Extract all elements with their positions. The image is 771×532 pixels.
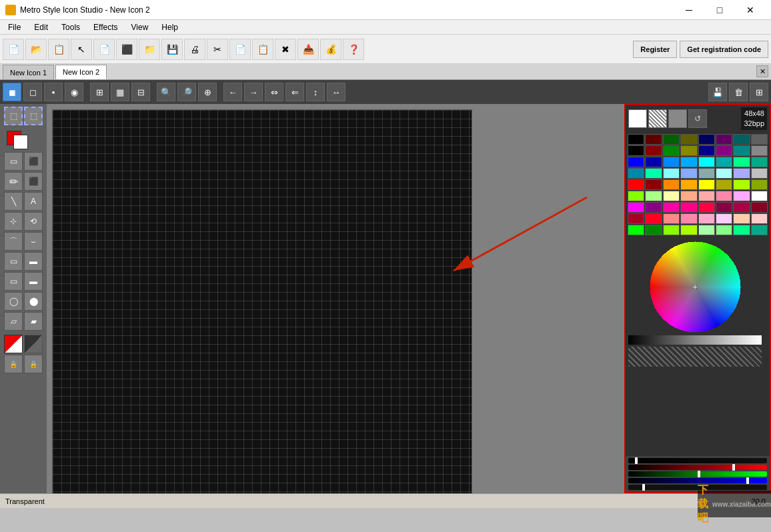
color-cell[interactable]	[663, 179, 680, 190]
color-cell[interactable]	[751, 134, 768, 145]
menu-view[interactable]: View	[126, 21, 154, 33]
palette-reload[interactable]: ↺	[688, 109, 707, 128]
sub-flip-h[interactable]: ⇔	[265, 83, 283, 101]
color-cell[interactable]	[716, 202, 732, 213]
color-cell[interactable]	[680, 202, 697, 213]
sub-3d-box2[interactable]: ◻	[23, 83, 42, 101]
color-cell[interactable]	[628, 213, 644, 224]
color-cell[interactable]	[716, 157, 732, 167]
color-cell[interactable]	[733, 145, 750, 156]
color-cell[interactable]	[628, 134, 644, 145]
color-cell[interactable]	[645, 157, 662, 167]
r-track[interactable]	[628, 465, 767, 470]
tool-curve[interactable]: ⌒	[4, 232, 23, 251]
menu-edit[interactable]: Edit	[29, 21, 53, 33]
color-cell[interactable]	[628, 225, 644, 235]
hatch-bar[interactable]	[628, 347, 762, 367]
color-cell[interactable]	[628, 202, 644, 213]
color-cell[interactable]	[716, 191, 732, 201]
sub-droplet[interactable]: ◉	[65, 83, 83, 101]
get-reg-button[interactable]: Get registration code	[680, 41, 768, 58]
tool-rect-fill[interactable]: ▬	[24, 252, 43, 271]
sub-3d-box[interactable]: ◼	[3, 83, 21, 101]
color-cell[interactable]	[645, 213, 662, 224]
color-cell[interactable]	[645, 225, 662, 235]
toolbar-print[interactable]: 🖨	[184, 39, 205, 60]
color-cell[interactable]	[751, 179, 768, 190]
toolbar-open2[interactable]: 📁	[139, 39, 160, 60]
color-cell[interactable]	[680, 191, 697, 201]
toolbar-copy[interactable]: 📄	[93, 39, 115, 60]
tool-rect-stroke[interactable]: ▭	[4, 252, 23, 271]
tab-icon-2[interactable]: New Icon 2	[55, 65, 107, 79]
sub-arrows-ud[interactable]: ↕	[306, 83, 325, 101]
tool-roundrect-fill[interactable]: ▬	[24, 272, 43, 291]
gradient-bar[interactable]	[628, 335, 762, 345]
color-cell[interactable]	[733, 179, 750, 190]
close-all-tabs[interactable]: ✕	[756, 65, 768, 77]
pixel-canvas[interactable]	[52, 109, 472, 493]
color-cell[interactable]	[628, 157, 644, 167]
tool-line[interactable]: ╲	[4, 192, 23, 211]
maximize-button[interactable]: □	[704, 0, 735, 20]
tool-lasso[interactable]: ⟲	[24, 212, 43, 231]
color-cell[interactable]	[645, 179, 662, 190]
tab-icon-1[interactable]: New Icon 1	[3, 65, 54, 79]
sub-arrow-left[interactable]: ←	[223, 83, 242, 101]
toolbar-select[interactable]: ↖	[71, 39, 92, 60]
toolbar-save[interactable]: 💾	[161, 39, 183, 60]
color-cell[interactable]	[716, 168, 732, 179]
color-cell[interactable]	[716, 225, 732, 235]
toolbar-paste[interactable]: 📋	[252, 39, 273, 60]
sub-3d-box3[interactable]: ▪	[44, 83, 63, 101]
tool-eraser[interactable]: ▭	[4, 152, 23, 171]
color-cell[interactable]	[716, 213, 732, 224]
toolbar-money[interactable]: 💰	[320, 39, 341, 60]
color-cell[interactable]	[751, 145, 768, 156]
color-wheel[interactable]: +	[628, 240, 762, 333]
toolbar-new[interactable]: 📄	[3, 39, 24, 60]
color-cell[interactable]	[751, 225, 768, 235]
color-cell[interactable]	[663, 191, 680, 201]
color-cell[interactable]	[751, 168, 768, 179]
register-button[interactable]: Register	[633, 41, 677, 58]
color-cell[interactable]	[698, 168, 715, 179]
color-cell[interactable]	[663, 168, 680, 179]
minimize-button[interactable]: ─	[674, 0, 704, 20]
palette-hash[interactable]	[648, 109, 667, 128]
tool-fill[interactable]: ⬛	[24, 152, 43, 171]
close-button[interactable]: ✕	[735, 0, 766, 20]
color-cell[interactable]	[716, 145, 732, 156]
sub-layers[interactable]: ⊞	[750, 83, 768, 101]
color-cell[interactable]	[645, 134, 662, 145]
toolbar-doc2[interactable]: 📄	[229, 39, 251, 60]
color-cell[interactable]	[680, 225, 697, 235]
menu-effects[interactable]: Effects	[88, 21, 123, 33]
g-track[interactable]	[628, 471, 767, 477]
palette-white[interactable]	[628, 109, 647, 128]
color-cell[interactable]	[645, 191, 662, 201]
color-wheel-area[interactable]: +	[626, 237, 770, 456]
menu-tools[interactable]: Tools	[56, 21, 85, 33]
color-cell[interactable]	[751, 157, 768, 167]
tool-lock-bg[interactable]: 🔒	[24, 355, 43, 373]
color-cell[interactable]	[751, 191, 768, 201]
color-cell[interactable]	[680, 145, 697, 156]
sub-arrows-lr[interactable]: ↔	[327, 83, 345, 101]
tool-select-free[interactable]: ⬚	[24, 107, 43, 125]
sub-zoom-in[interactable]: 🔍	[157, 83, 175, 101]
color-cell[interactable]	[680, 168, 697, 179]
sub-grid2[interactable]: ▦	[111, 83, 129, 101]
tool-rrect-fill[interactable]: ▰	[24, 312, 43, 331]
sub-save-icon[interactable]: 💾	[708, 83, 727, 101]
toolbar-icon[interactable]: ⬛	[116, 39, 137, 60]
sub-zoom-fit[interactable]: ⊕	[198, 83, 217, 101]
tool-rrect-stroke[interactable]: ▱	[4, 312, 23, 331]
sub-zoom-out[interactable]: 🔎	[177, 83, 196, 101]
sub-arrow-right[interactable]: →	[244, 83, 263, 101]
color-cell[interactable]	[680, 157, 697, 167]
tool-ellipse-stroke[interactable]: ◯	[4, 292, 23, 311]
tool-color2[interactable]	[24, 335, 43, 353]
toolbar-open[interactable]: 📂	[25, 39, 47, 60]
toolbar-import[interactable]: 📥	[297, 39, 319, 60]
